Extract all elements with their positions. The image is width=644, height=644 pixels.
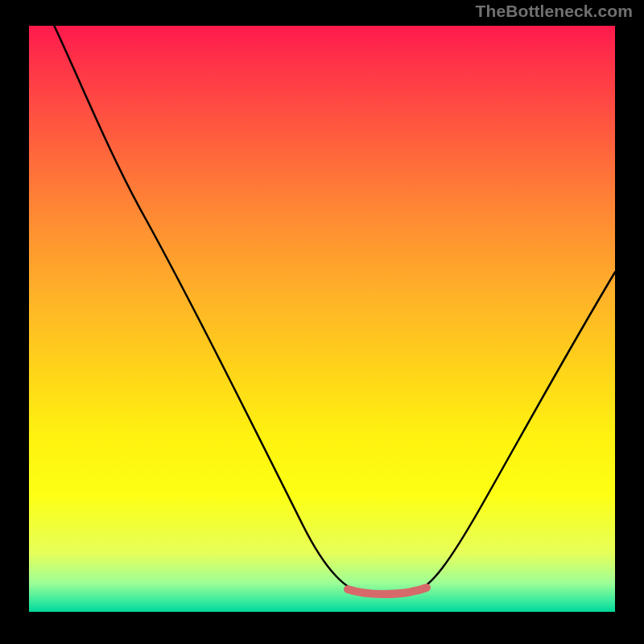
bottleneck-curve-path — [52, 26, 615, 593]
chart-container: TheBottleneck.com — [0, 0, 644, 644]
highlight-segment — [348, 588, 427, 594]
watermark-text: TheBottleneck.com — [476, 2, 633, 21]
plot-area — [29, 26, 615, 612]
curve-svg — [29, 26, 615, 612]
